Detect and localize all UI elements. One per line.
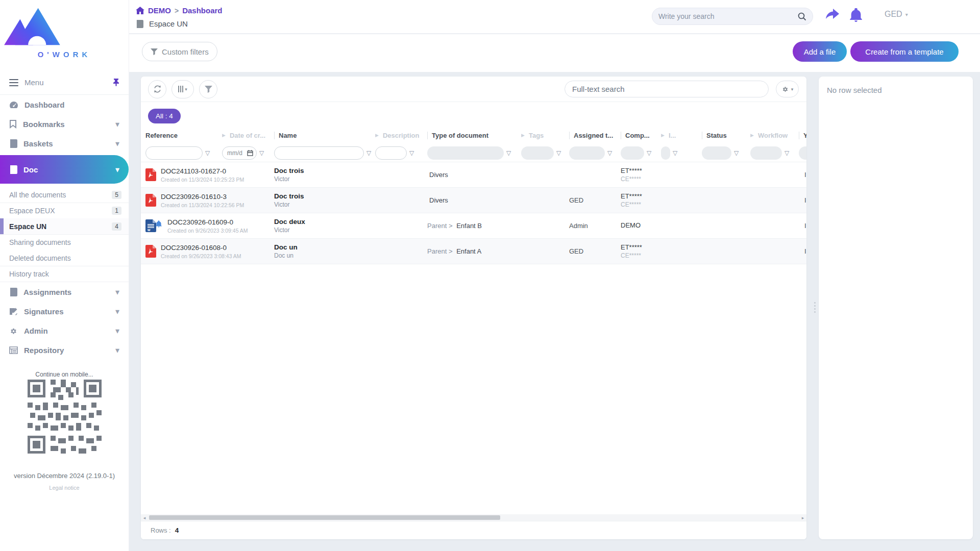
filter-funnel-icon[interactable]: ▽: [259, 149, 264, 157]
scroll-right-arrow[interactable]: ▸: [799, 515, 806, 520]
filter-funnel-icon[interactable]: ▽: [785, 149, 789, 157]
scroll-left-arrow[interactable]: ◂: [141, 515, 148, 520]
filter-funnel-icon[interactable]: ▽: [205, 149, 210, 157]
filter-funnel-icon[interactable]: ▽: [366, 149, 371, 157]
sidebar-item-repository[interactable]: Repository ▾: [0, 340, 129, 360]
sidebar-item-assignments[interactable]: Assignments ▾: [0, 282, 129, 302]
filter-y-select[interactable]: [799, 146, 806, 160]
filter-assigned-select[interactable]: [569, 146, 605, 160]
fulltext-search[interactable]: [565, 81, 769, 97]
column-header-type[interactable]: Type of document: [427, 132, 521, 139]
column-expand-icon[interactable]: ▶: [661, 133, 665, 138]
refresh-button[interactable]: [148, 80, 166, 98]
column-header-reference[interactable]: Reference: [145, 132, 222, 139]
column-header-description[interactable]: ▶ Description: [375, 132, 427, 139]
filter-date-input[interactable]: [222, 146, 257, 160]
search-icon[interactable]: [798, 12, 806, 21]
table-row[interactable]: DOC241103-01627-0 Created on 11/3/2024 1…: [141, 162, 806, 188]
filter-type-select[interactable]: [427, 146, 504, 160]
filter-funnel-icon[interactable]: ▽: [607, 149, 612, 157]
column-expand-icon[interactable]: ▶: [222, 133, 226, 138]
column-expand-icon[interactable]: ▶: [521, 133, 525, 138]
column-header-date[interactable]: ▶ Date of cr...: [222, 132, 274, 139]
filter-workflow-select[interactable]: [750, 146, 782, 160]
notifications-button[interactable]: [850, 8, 862, 22]
app-root: O'WORK Menu Dashboard Bookmarks: [0, 0, 980, 551]
svg-text:w: w: [147, 228, 151, 232]
scrollbar-thumb[interactable]: [149, 515, 500, 520]
user-menu[interactable]: GED ▾: [885, 10, 908, 19]
column-header-company[interactable]: Comp...: [621, 132, 661, 139]
document-name-sub: Victor: [274, 227, 375, 234]
columns-button[interactable]: ▾: [172, 80, 194, 98]
global-search-input[interactable]: [658, 12, 798, 20]
scrollbar-track[interactable]: [148, 515, 799, 520]
home-icon[interactable]: [136, 7, 144, 14]
horizontal-scrollbar[interactable]: ◂ ▸: [141, 514, 806, 521]
filter-company-select[interactable]: [621, 146, 644, 160]
global-search[interactable]: [652, 8, 813, 25]
column-header-i[interactable]: ▶ I...: [661, 132, 702, 139]
sidebar-item-dashboard[interactable]: Dashboard: [0, 95, 129, 114]
user-label: GED: [885, 10, 902, 19]
pdf-file-icon: [145, 245, 156, 258]
sidebar-item-admin[interactable]: Admin ▾: [0, 321, 129, 340]
sidebar-item-bookmarks[interactable]: Bookmarks ▾: [0, 114, 129, 134]
panel-resize-handle[interactable]: [813, 300, 816, 314]
add-file-button[interactable]: Add a file: [793, 41, 847, 62]
document-company-1: ET*****: [621, 192, 661, 200]
book-icon: [9, 288, 17, 296]
column-expand-icon[interactable]: ▶: [750, 133, 754, 138]
column-header-y[interactable]: Y...: [799, 132, 806, 139]
table-row[interactable]: DOC230926-01608-0 Created on 9/26/2023 3…: [141, 239, 806, 264]
document-type-path: Parent >: [427, 247, 453, 255]
share-button[interactable]: [824, 8, 840, 21]
filter-description: ▽: [375, 146, 427, 160]
breadcrumb-current[interactable]: Dashboard: [182, 6, 222, 15]
sidebar-subitem-sharing-documents[interactable]: Sharing documents: [0, 234, 129, 250]
filter-i-select[interactable]: [661, 146, 670, 160]
breadcrumb-root[interactable]: DEMO: [148, 6, 171, 15]
create-from-template-button[interactable]: Create from a template: [850, 41, 959, 62]
filter-funnel-icon[interactable]: ▽: [647, 149, 651, 157]
sidebar-subitem-all-documents[interactable]: All the documents 5: [0, 187, 129, 203]
table-row[interactable]: DOC230926-01610-3 Created on 11/3/2024 1…: [141, 188, 806, 213]
sidebar-subitem-espace-deux[interactable]: Espace DEUX 1: [0, 203, 129, 218]
sidebar-item-doc[interactable]: Doc ▾: [0, 155, 129, 184]
column-header-workflow[interactable]: ▶ Workflow: [750, 132, 799, 139]
filter-funnel-icon[interactable]: ▽: [506, 149, 511, 157]
column-expand-icon[interactable]: ▶: [375, 133, 379, 138]
sidebar-subitem-espace-un[interactable]: Espace UN 4: [0, 218, 129, 234]
sidebar-menu-row[interactable]: Menu: [0, 70, 129, 95]
column-header-status[interactable]: Status: [702, 132, 750, 139]
sidebar-nav: Dashboard Bookmarks ▾ Baskets ▾: [0, 95, 129, 360]
filter-tags-select[interactable]: [521, 146, 554, 160]
column-header-tags[interactable]: ▶ Tags: [521, 132, 569, 139]
pin-icon[interactable]: [113, 79, 119, 86]
column-header-name[interactable]: Name: [274, 132, 375, 139]
filter-description-input[interactable]: [375, 146, 407, 160]
hamburger-icon[interactable]: [9, 79, 18, 86]
sidebar-subitem-history-track[interactable]: History track: [0, 266, 129, 282]
chevron-down-icon: ▾: [905, 12, 908, 17]
filter-name: ▽: [274, 146, 375, 160]
all-filter-chip[interactable]: All : 4: [148, 109, 181, 123]
sidebar-item-signatures[interactable]: Signatures ▾: [0, 302, 129, 321]
filters-button[interactable]: [199, 80, 217, 98]
filter-reference-input[interactable]: [145, 146, 203, 160]
sidebar-subitem-deleted-documents[interactable]: Deleted documents: [0, 250, 129, 266]
fulltext-search-input[interactable]: [572, 85, 761, 93]
list-icon: [9, 346, 18, 354]
filter-status-select[interactable]: [702, 146, 731, 160]
table-row[interactable]: w DOC230926-01609-0 Created on 9/26/2023…: [141, 213, 806, 239]
filter-funnel-icon[interactable]: ▽: [556, 149, 561, 157]
filter-funnel-icon[interactable]: ▽: [673, 149, 677, 157]
filter-funnel-icon[interactable]: ▽: [409, 149, 414, 157]
filter-funnel-icon[interactable]: ▽: [734, 149, 739, 157]
legal-notice-link[interactable]: Legal notice: [0, 485, 129, 491]
custom-filters-button[interactable]: Custom filters: [142, 42, 217, 61]
table-settings-button[interactable]: ▾: [776, 81, 799, 97]
filter-name-input[interactable]: [274, 146, 364, 160]
sidebar-item-baskets[interactable]: Baskets ▾: [0, 134, 129, 153]
column-header-assigned[interactable]: Assigned t...: [569, 132, 621, 139]
